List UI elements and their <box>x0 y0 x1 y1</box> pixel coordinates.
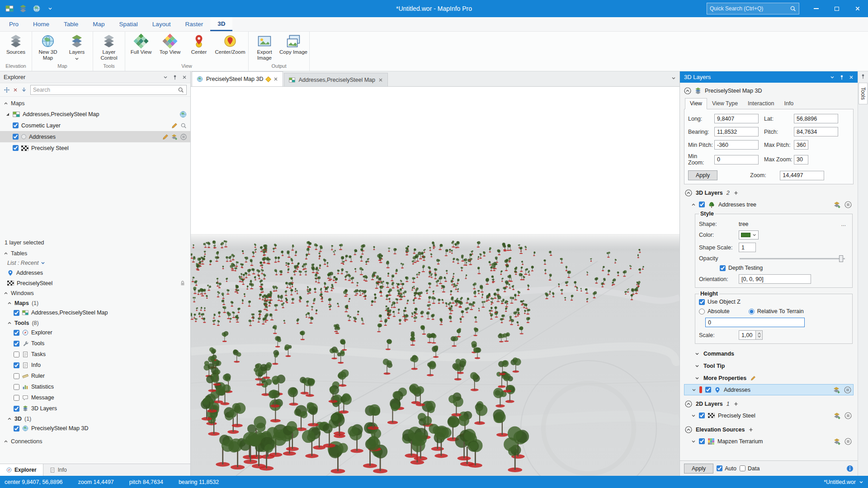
collapse-icon[interactable] <box>4 291 8 296</box>
layer-menu-icon[interactable] <box>180 134 187 140</box>
status-document-name[interactable]: *Untitled.wor <box>824 479 856 485</box>
collapse-circle-icon[interactable] <box>685 426 692 433</box>
info-window-checkbox[interactable] <box>14 362 19 368</box>
tab-interaction[interactable]: Interaction <box>743 98 779 109</box>
chevron-down-icon[interactable] <box>859 480 863 484</box>
copy-image-button[interactable]: Copy Image <box>279 33 308 55</box>
add-layer-icon[interactable] <box>733 401 739 407</box>
scale-input[interactable] <box>739 330 756 340</box>
qat-layers-icon[interactable] <box>18 4 28 14</box>
qat-globe-icon[interactable] <box>32 4 42 14</box>
min-zoom-input[interactable] <box>714 155 759 164</box>
quick-search-input[interactable] <box>710 5 790 12</box>
window-item-info[interactable]: Info <box>0 360 190 371</box>
window-item-map-3d[interactable]: PreciselySteel Map 3D <box>0 423 190 434</box>
tab-home[interactable]: Home <box>26 17 57 31</box>
center-button[interactable]: Center <box>184 33 213 55</box>
tab-info[interactable]: Info <box>779 98 798 109</box>
map-options-globe-icon[interactable] <box>179 111 187 118</box>
clear-selection-icon[interactable] <box>13 88 18 92</box>
explorer-search[interactable] <box>30 85 187 95</box>
top-view-button[interactable]: Top View <box>156 33 184 55</box>
layer-menu-icon[interactable] <box>844 201 852 208</box>
message-window-checkbox[interactable] <box>14 395 19 401</box>
tab-3d[interactable]: 3D <box>210 17 232 31</box>
opacity-slider[interactable] <box>740 258 845 259</box>
min-pitch-input[interactable] <box>714 140 759 150</box>
add-source-icon[interactable] <box>748 427 754 432</box>
3d-layer-row-addresses[interactable]: Addresses <box>684 384 854 395</box>
window-map-checkbox[interactable] <box>14 310 19 316</box>
expand-icon[interactable] <box>695 352 699 356</box>
expander-icon[interactable] <box>5 112 10 117</box>
close-tab-icon[interactable] <box>378 78 383 82</box>
layer-row-addresses[interactable]: Addresses <box>0 131 190 142</box>
addresses-tree-checkbox[interactable] <box>699 202 705 207</box>
map-node-row[interactable]: PreciselySteel Map 3D <box>684 85 854 97</box>
more-properties-section[interactable]: More Properties <box>684 372 854 384</box>
mapzen-checkbox[interactable] <box>699 438 705 444</box>
layer-menu-icon[interactable] <box>844 412 852 419</box>
cosmetic-layer-checkbox[interactable] <box>13 122 19 128</box>
lat-input[interactable] <box>794 114 838 123</box>
window-item-ruler[interactable]: Ruler <box>0 371 190 381</box>
expand-icon[interactable] <box>695 364 699 368</box>
window-item-map[interactable]: Addresses,PreciselySteel Map <box>0 307 190 318</box>
tooltip-section[interactable]: Tool Tip <box>684 360 854 372</box>
close-icon[interactable] <box>182 75 187 80</box>
window-item-statistics[interactable]: Statistics <box>0 381 190 392</box>
addresses-layer-checkbox[interactable] <box>13 134 19 140</box>
data-checkbox[interactable] <box>740 465 745 471</box>
ruler-window-checkbox[interactable] <box>14 373 19 379</box>
explorer-window-checkbox[interactable] <box>14 330 19 336</box>
elevation-row-mapzen[interactable]: Mapzen Terrarium <box>684 436 854 447</box>
collapse-icon[interactable] <box>7 321 12 325</box>
layer-style-icon[interactable] <box>834 412 841 419</box>
qat-customize-chevron-icon[interactable] <box>45 4 55 14</box>
collapse-icon[interactable] <box>7 301 12 305</box>
opacity-slider-handle[interactable] <box>839 255 843 262</box>
chevron-down-icon[interactable] <box>41 261 45 265</box>
section-tables[interactable]: Tables <box>0 249 190 258</box>
minimize-button[interactable] <box>806 0 826 17</box>
add-layer-icon[interactable] <box>733 190 739 196</box>
tab-list-chevron-icon[interactable] <box>671 76 676 80</box>
collapse-icon[interactable] <box>4 439 8 444</box>
layer-style-icon[interactable] <box>171 134 178 140</box>
color-dropdown[interactable] <box>739 230 759 239</box>
scale-spinner[interactable] <box>756 330 763 340</box>
explorer-search-input[interactable] <box>33 87 176 93</box>
tab-view-type[interactable]: View Type <box>707 98 743 109</box>
tab-view[interactable]: View <box>685 98 707 109</box>
expand-icon[interactable] <box>692 388 696 392</box>
bottom-tab-explorer[interactable]: Explorer <box>0 464 43 476</box>
statistics-window-checkbox[interactable] <box>14 384 19 390</box>
collapse-icon[interactable] <box>4 101 8 106</box>
close-icon[interactable] <box>849 75 854 80</box>
addresses-checkbox[interactable] <box>705 387 711 393</box>
precisely-steel-layer-checkbox[interactable] <box>13 145 19 151</box>
zoom-input[interactable] <box>780 171 824 180</box>
map3d-window-checkbox[interactable] <box>14 426 19 432</box>
max-pitch-input[interactable] <box>794 140 808 150</box>
center-zoom-button[interactable]: Center/Zoom <box>213 33 247 55</box>
collapse-icon[interactable] <box>4 251 8 256</box>
tables-filter[interactable]: List : Recent <box>0 258 190 267</box>
full-view-button[interactable]: Full View <box>127 33 156 55</box>
shape-scale-input[interactable] <box>739 243 756 252</box>
window-item-message[interactable]: Message <box>0 392 190 403</box>
export-image-button[interactable]: Export Image <box>250 33 279 61</box>
tab-table[interactable]: Table <box>57 17 85 31</box>
doc-tab-map2d[interactable]: Addresses,PreciselySteel Map <box>284 73 388 86</box>
collapse-circle-icon[interactable] <box>684 87 691 94</box>
map-root-row[interactable]: Addresses,PreciselySteel Map <box>0 108 190 120</box>
max-zoom-input[interactable] <box>794 155 808 164</box>
layer-row-precisely-steel[interactable]: Precisely Steel <box>0 142 190 154</box>
window-item-tools[interactable]: Tools <box>0 338 190 349</box>
tools-window-checkbox[interactable] <box>14 341 19 347</box>
edit-pencil-icon[interactable] <box>171 122 178 129</box>
collapse-circle-icon[interactable] <box>685 189 692 197</box>
dock-arrows-icon[interactable] <box>4 87 10 93</box>
tab-raster[interactable]: Raster <box>178 17 210 31</box>
shape-browse-button[interactable]: ... <box>839 221 849 227</box>
